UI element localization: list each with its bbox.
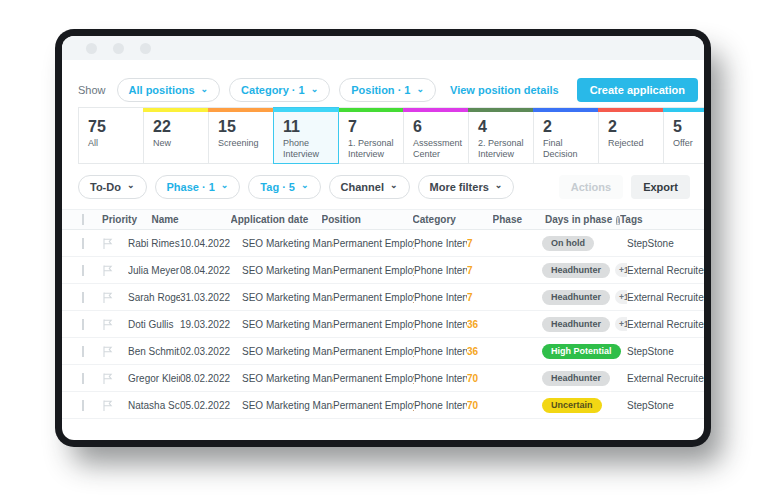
cell-tags: Headhunter+1 [542,290,627,305]
stage-label: Assessment Center [413,138,468,160]
filter-toolbar: To-Do⌄Phase · 1⌄Tag · 5⌄Channel⌄More fil… [78,174,690,199]
create-application-button[interactable]: Create application [577,78,698,102]
stage-count: 5 [673,118,704,136]
row-checkbox[interactable] [82,319,84,330]
row-checkbox[interactable] [82,346,84,357]
cell-position: SEO Marketing Manager [242,400,333,411]
cell-tags: High Potential [542,344,627,359]
cell-application-date: 31.03.2022 [180,292,242,303]
col-category: Category [413,214,493,225]
stage-color-bar [78,108,144,112]
stage-offer[interactable]: 5Offer [663,107,704,164]
dropdown-category-1[interactable]: Category · 1⌄ [229,78,330,102]
cell-position: SEO Marketing Manager [242,319,333,330]
filter-label: Phase · 1 [167,181,215,193]
stage-new[interactable]: 22New [143,107,209,164]
stage-count: 11 [283,118,338,136]
row-checkbox-cell [62,238,102,249]
view-position-details-link[interactable]: View position details [450,84,559,96]
stage-all[interactable]: 75All [78,107,144,164]
cell-position: SEO Marketing Manager [242,265,333,276]
cell-name: Rabi Rimes [128,238,180,249]
window-dot-icon [86,43,97,54]
actions-button[interactable]: Actions [559,175,623,199]
cell-phase: Phone Interview [414,319,467,330]
table-row[interactable]: Gregor Klein08.02.2022SEO Marketing Mana… [62,365,704,392]
chevron-down-icon: ⌄ [127,181,135,190]
table-row[interactable]: Ben Schmitz02.03.2022SEO Marketing Manag… [62,338,704,365]
filter-channel[interactable]: Channel⌄ [329,175,410,199]
cell-days-in-phase: 36 [467,319,542,330]
stage-rejected[interactable]: 2Rejected [598,107,664,164]
stage-screening[interactable]: 15Screening [208,107,274,164]
stage-count: 7 [348,118,403,136]
chevron-down-icon: ⌄ [495,181,503,190]
more-tags-badge[interactable]: +1 [615,263,627,277]
row-checkbox-cell [62,265,102,276]
priority-flag-icon[interactable] [102,237,128,250]
stage-1-personal-interview[interactable]: 71. Personal Interview [338,107,404,164]
info-icon[interactable]: i [616,216,620,226]
priority-flag-icon[interactable] [102,291,128,304]
more-tags-badge[interactable]: +1 [615,290,627,304]
priority-flag-icon[interactable] [102,264,128,277]
applications-table: Priority Name Application date Position … [62,209,704,419]
stage-count: 15 [218,118,273,136]
filter-more-filters[interactable]: More filters⌄ [418,175,515,199]
filter-button-group: To-Do⌄Phase · 1⌄Tag · 5⌄Channel⌄More fil… [78,175,514,199]
cell-channel: StepStone [627,400,704,411]
cell-name: Sarah Rogers [128,292,180,303]
window-dot-icon [140,43,151,54]
stage-label: 2. Personal Interview [478,138,533,160]
row-checkbox[interactable] [82,373,84,384]
chevron-down-icon: ⌄ [221,181,229,190]
stage-label: All [88,138,143,149]
priority-flag-icon[interactable] [102,372,128,385]
filter-to-do[interactable]: To-Do⌄ [78,175,147,199]
export-button[interactable]: Export [631,175,690,199]
stage-label: Final Decision [543,138,598,160]
more-tags-badge[interactable]: +1 [615,317,627,331]
filter-tag-5[interactable]: Tag · 5⌄ [248,175,320,199]
cell-tags: Headhunter [542,371,627,386]
stage-phone-interview[interactable]: 11Phone Interview [273,107,339,164]
table-row[interactable]: Julia Meyer08.04.2022SEO Marketing Manag… [62,257,704,284]
cell-application-date: 19.03.2022 [180,319,242,330]
row-checkbox[interactable] [82,265,84,276]
row-checkbox[interactable] [82,238,84,249]
stage-color-bar [533,108,599,112]
dropdown-label: Position · 1 [351,84,410,96]
cell-position: SEO Marketing Manager [242,292,333,303]
row-checkbox[interactable] [82,292,84,303]
priority-flag-icon[interactable] [102,345,128,358]
window-dot-icon [113,43,124,54]
priority-flag-icon[interactable] [102,399,128,412]
cell-category: Permanent Employee [333,400,414,411]
cell-tags: Headhunter+1 [542,263,627,278]
cell-application-date: 08.04.2022 [180,265,242,276]
cell-days-in-phase: 70 [467,400,542,411]
stage-color-bar [208,108,274,112]
cell-channel: External Recruiter [627,319,704,330]
row-checkbox[interactable] [82,400,84,411]
priority-flag-icon[interactable] [102,318,128,331]
dropdown-position-1[interactable]: Position · 1⌄ [339,78,436,102]
cell-phase: Phone Interview [414,346,467,357]
table-row[interactable]: Natasha Scott05.02.2022SEO Marketing Man… [62,392,704,419]
table-row[interactable]: Sarah Rogers31.03.2022SEO Marketing Mana… [62,284,704,311]
cell-category: Permanent Employee [333,265,414,276]
table-row[interactable]: Rabi Rimes10.04.2022SEO Marketing Manage… [62,230,704,257]
row-checkbox-cell [62,373,102,384]
cell-days-in-phase: 7 [467,238,542,249]
chevron-down-icon: ⌄ [201,85,209,94]
position-dropdown-group: All positions⌄Category · 1⌄Position · 1⌄ [117,78,437,102]
cell-channel: External Recruiter [627,292,704,303]
table-row[interactable]: Doti Gullis19.03.2022SEO Marketing Manag… [62,311,704,338]
stage-2-personal-interview[interactable]: 42. Personal Interview [468,107,534,164]
dropdown-all-positions[interactable]: All positions⌄ [117,78,221,102]
filter-phase-1[interactable]: Phase · 1⌄ [155,175,241,199]
stage-assessment-center[interactable]: 6Assessment Center [403,107,469,164]
select-all-checkbox[interactable] [82,214,84,225]
stage-final-decision[interactable]: 2Final Decision [533,107,599,164]
tag-badge: Headhunter [542,263,610,278]
